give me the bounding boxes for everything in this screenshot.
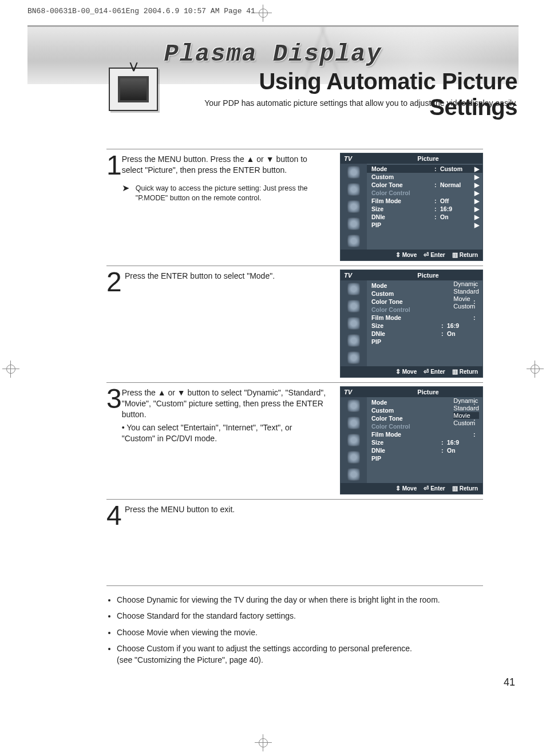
enter-icon: ⏎: [424, 251, 429, 259]
step-1: 1 Press the MENU button. Press the ▲ or …: [106, 149, 483, 261]
osd-row-film-mode: Film Mode:: [367, 314, 482, 322]
osd-menu-icon: [347, 200, 360, 213]
osd-icon-column: [341, 397, 367, 483]
registration-mark-icon: [527, 361, 544, 378]
caret-right-icon: ▶: [472, 189, 479, 196]
osd-row-color-control: Color Control▶: [367, 189, 482, 197]
osd-menu-icon: [347, 434, 360, 446]
osd-option: Dynamic: [453, 280, 479, 287]
osd-option-selected: Movie: [453, 412, 479, 419]
step-text: Press the ENTER button to select "Mode".: [125, 271, 275, 282]
step-bullet: • You can select "Entertain", "Internet"…: [122, 422, 327, 444]
osd-row-film-mode: Film Mode:Off▶: [367, 197, 482, 205]
osd-row-size: Size:16:9▶: [367, 205, 482, 213]
caret-right-icon: ▶: [472, 181, 479, 188]
osd-screenshot-3: TV Picture Mode: Custom: [340, 386, 483, 494]
enter-icon: ⏎: [424, 368, 429, 375]
osd-title: Picture: [374, 270, 482, 280]
osd-option: Dynamic: [453, 397, 479, 404]
note-item: Choose Standard for the standard factory…: [117, 610, 483, 622]
notes-section: Choose Dynamic for viewing the TV during…: [106, 585, 483, 666]
content-area: 1 Press the MENU button. Press the ▲ or …: [106, 149, 483, 670]
osd-row-pip: PIP: [367, 454, 482, 462]
osd-option: Standard: [453, 405, 479, 411]
osd-row-mode: Mode:Custom▶: [367, 165, 482, 173]
caret-right-icon: ▶: [472, 173, 479, 180]
osd-screenshot-1: TV Picture Mode:Custo: [340, 153, 483, 261]
step-2: 2 Press the ENTER button to select "Mode…: [106, 266, 483, 378]
updown-icon: ⇕: [395, 251, 401, 259]
osd-menu-icon: [347, 166, 360, 179]
osd-row-pip: PIP▶: [367, 221, 482, 229]
osd-tv-label: TV: [341, 270, 374, 280]
osd-footer: ⇕Move ⏎Enter ▥Return: [341, 366, 482, 377]
antenna-icon: ⋁: [130, 61, 137, 72]
print-slug: BN68-00631B-00_014-061Eng 2004.6.9 10:57…: [27, 7, 255, 15]
osd-menu-icon: [347, 317, 360, 330]
tip-arrow-icon: ➤: [122, 184, 136, 203]
osd-option: Standard: [453, 288, 479, 295]
osd-menu-icon: [347, 300, 360, 312]
osd-menu-icon: [347, 399, 360, 412]
caret-right-icon: ▶: [472, 213, 479, 220]
osd-footer: ⇕Move ⏎Enter ▥Return: [341, 250, 482, 260]
step-number: 1: [106, 153, 122, 261]
registration-mark-icon: [2, 361, 19, 378]
note-item: Choose Dynamic for viewing the TV during…: [117, 594, 483, 605]
osd-row-pip: PIP: [367, 338, 482, 346]
osd-menu-icon: [347, 283, 360, 295]
step-3: 3 Press the ▲ or ▼ button to select "Dyn…: [106, 382, 483, 494]
osd-screenshot-2: TV Picture Mode: Custom: [340, 270, 483, 378]
osd-row-dnie: DNIe:On▶: [367, 213, 482, 221]
note-item: Choose Movie when viewing the movie.: [117, 627, 483, 638]
osd-title: Picture: [374, 387, 482, 397]
osd-tv-label: TV: [341, 387, 374, 397]
crop-mark-icon: [255, 5, 272, 22]
osd-footer: ⇕Move ⏎Enter ▥Return: [341, 483, 482, 494]
osd-mode-options: Dynamic Standard Movie Custom: [453, 280, 479, 310]
osd-icon-column: [341, 164, 367, 250]
caret-right-icon: ▶: [472, 197, 479, 204]
osd-row-size: Size:16:9: [367, 322, 482, 330]
crop-mark-icon: [255, 734, 272, 751]
caret-right-icon: ▶: [472, 165, 479, 172]
step-number: 2: [106, 270, 125, 378]
osd-menu-icon: [347, 334, 360, 347]
osd-menu-icon: [347, 351, 360, 364]
return-icon: ▥: [452, 485, 458, 492]
osd-row-color-tone: Color Tone:Normal▶: [367, 181, 482, 189]
osd-menu-icon: [347, 451, 360, 464]
return-icon: ▥: [452, 251, 458, 259]
osd-mode-options: Dynamic Standard Movie Custom: [453, 397, 479, 426]
page-number: 41: [504, 676, 515, 688]
osd-tv-label: TV: [341, 153, 374, 164]
updown-icon: ⇕: [395, 368, 401, 375]
enter-icon: ⏎: [424, 485, 429, 492]
tv-icon: ⋁: [109, 68, 158, 111]
updown-icon: ⇕: [395, 485, 401, 492]
step-number: 4: [106, 503, 125, 537]
osd-row-dnie: DNIe:On: [367, 330, 482, 338]
osd-option: Custom: [453, 419, 479, 426]
caret-right-icon: ▶: [472, 221, 479, 228]
step-text: Press the MENU button. Press the ▲ or ▼ …: [122, 154, 327, 176]
osd-row-film-mode: Film Mode:: [367, 430, 482, 438]
page-subtitle: Your PDP has automatic picture settings …: [168, 98, 517, 108]
step-text: Press the ▲ or ▼ button to select "Dynam…: [122, 387, 327, 420]
osd-row-dnie: DNIe:On: [367, 446, 482, 454]
osd-option: Movie: [453, 295, 479, 302]
step-4: 4 Press the MENU button to exit.: [106, 499, 483, 537]
osd-row-custom: Custom▶: [367, 173, 482, 181]
osd-menu-icon: [347, 417, 360, 429]
osd-row-size: Size:16:9: [367, 438, 482, 446]
osd-menu-icon: [347, 217, 360, 230]
step-number: 3: [106, 386, 122, 494]
osd-icon-column: [341, 280, 367, 366]
osd-option: Custom: [453, 303, 479, 310]
osd-menu-icon: [347, 468, 360, 481]
osd-menu-icon: [347, 235, 360, 247]
page-title: Using Automatic Picture Settings: [168, 69, 517, 120]
note-item: Choose Custom if you want to adjust the …: [117, 643, 483, 666]
brand-title: Plasma Display: [27, 41, 519, 68]
caret-right-icon: ▶: [472, 205, 479, 212]
